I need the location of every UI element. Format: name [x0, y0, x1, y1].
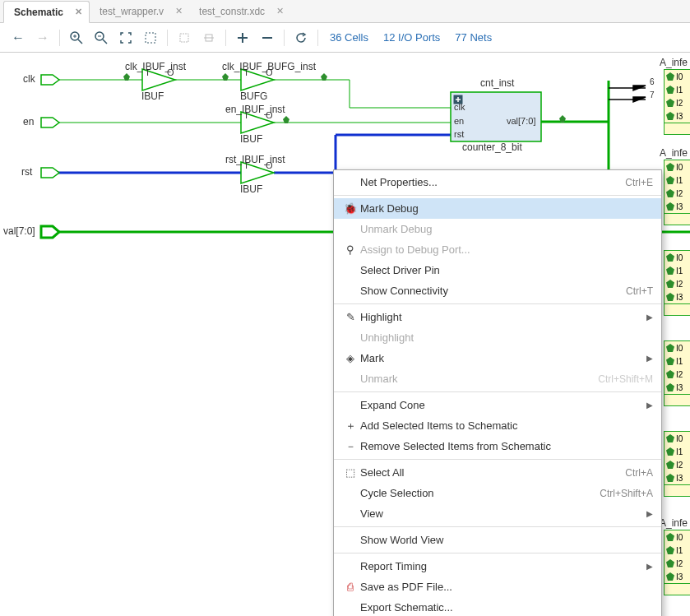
pin-i: I: [245, 67, 248, 77]
remove-button[interactable]: [256, 26, 279, 49]
cnt-pin-rst: rst: [454, 129, 464, 139]
refresh-button[interactable]: [289, 26, 313, 49]
tab-label: test_wrapper.v: [100, 6, 164, 17]
inferred-block[interactable]: A_infe I0 I1 I2 I3 L: [664, 530, 690, 595]
block-title: A_infe: [660, 57, 688, 68]
toolbar: ← → 36 Cells 12 I/O Ports 77 Nets: [0, 23, 690, 53]
tab-test-wrapper[interactable]: test_wrapper.v ✕: [90, 0, 189, 22]
clk-ibuf-inst-label: clk_IBUF_inst: [125, 61, 186, 72]
close-icon[interactable]: ✕: [175, 6, 183, 16]
forward-button[interactable]: →: [31, 26, 54, 49]
ctx-add-selected[interactable]: ＋Add Selected Items to Schematic: [334, 415, 661, 436]
ctx-show-world-view[interactable]: Show World View: [334, 530, 661, 550]
ctx-view[interactable]: View▶: [334, 503, 661, 524]
zoom-out-button[interactable]: [90, 26, 113, 49]
tab-bar: Schematic ✕ test_wrapper.v ✕ test_constr…: [0, 0, 690, 23]
zoom-fit-button[interactable]: [114, 26, 137, 49]
close-icon[interactable]: ✕: [276, 6, 284, 16]
select-mode-button[interactable]: [173, 26, 196, 49]
inferred-block[interactable]: A_infe I0 I1 I2 I3 L: [664, 160, 690, 225]
ctx-expand-cone[interactable]: Expand Cone▶: [334, 395, 661, 415]
pin-o: O: [266, 110, 273, 120]
nets-link[interactable]: 77 Nets: [448, 31, 498, 44]
zoom-area-button[interactable]: [139, 26, 162, 49]
ctx-show-connectivity[interactable]: Show ConnectivityCtrl+T: [334, 280, 661, 301]
plus-icon: ＋: [340, 419, 360, 433]
expand-button[interactable]: [197, 26, 220, 49]
ctx-mark[interactable]: ◈Mark▶: [334, 348, 661, 368]
svg-rect-8: [180, 34, 188, 42]
ctx-save-pdf[interactable]: ⎙Save as PDF File...: [334, 577, 661, 597]
pin-i: I: [245, 160, 248, 170]
tab-label: test_constr.xdc: [199, 6, 265, 17]
svg-line-5: [103, 39, 107, 44]
pdf-icon: ⎙: [340, 581, 360, 593]
cnt-type-label: counter_8_bit: [462, 141, 522, 153]
ctx-highlight[interactable]: ✎Highlight▶: [334, 307, 661, 327]
back-button[interactable]: ←: [7, 26, 30, 49]
zoom-in-button[interactable]: [65, 26, 88, 49]
block-title: A_infe: [660, 517, 688, 529]
minus-icon: －: [340, 439, 360, 454]
bug-icon: 🐞: [340, 202, 360, 215]
bus-idx-7: 7: [650, 90, 655, 100]
mark-icon: ◈: [340, 352, 360, 364]
pin-o: O: [167, 67, 174, 77]
tab-schematic[interactable]: Schematic ✕: [3, 1, 90, 23]
en-ibuf-type-label: IBUF: [240, 133, 262, 145]
cnt-inst-label: cnt_inst: [480, 77, 514, 89]
cnt-pin-val: val[7:0]: [507, 116, 535, 126]
block-title: A_infe: [660, 147, 688, 159]
ctx-mark-debug[interactable]: 🐞Mark Debug: [334, 198, 661, 219]
context-menu: Net Properties...Ctrl+E 🐞Mark Debug Unma…: [333, 169, 662, 616]
rst-ibuf-type-label: IBUF: [240, 183, 262, 195]
select-all-icon: ⬚: [340, 466, 360, 479]
tab-label: Schematic: [14, 7, 63, 18]
port-en-label: en: [23, 116, 34, 127]
pin-o: O: [266, 67, 273, 77]
ctx-assign-debug-port: ⚲Assign to Debug Port...: [334, 239, 661, 260]
rst-ibuf-inst-label: rst_IBUF_inst: [225, 154, 285, 165]
ctx-unmark-debug: Unmark Debug: [334, 219, 661, 239]
svg-rect-7: [146, 33, 155, 43]
ctx-net-properties[interactable]: Net Properties...Ctrl+E: [334, 172, 661, 192]
inferred-block[interactable]: I0 I1 I2 I3 L: [664, 431, 690, 497]
port-clk-label: clk: [23, 73, 35, 85]
port-val-label: val[7:0]: [3, 225, 35, 237]
inferred-block[interactable]: A_infe I0 I1 I2 I3 L: [664, 69, 690, 135]
add-button[interactable]: [231, 26, 254, 49]
ctx-select-all[interactable]: ⬚Select AllCtrl+A: [334, 462, 661, 483]
port-rst-label: rst: [21, 166, 32, 178]
ctx-unhighlight: Unhighlight: [334, 327, 661, 348]
cells-link[interactable]: 36 Cells: [323, 31, 375, 44]
highlight-icon: ✎: [340, 311, 360, 323]
ctx-select-driver-pin[interactable]: Select Driver Pin: [334, 260, 661, 280]
svg-line-1: [78, 39, 82, 44]
ctx-unmark: UnmarkCtrl+Shift+M: [334, 368, 661, 389]
cnt-pin-clk: clk: [454, 102, 465, 112]
ctx-report-timing[interactable]: Report Timing▶: [334, 556, 661, 577]
ctx-export-schematic[interactable]: Export Schematic...: [334, 597, 661, 616]
en-ibuf-inst-label: en_IBUF_inst: [225, 104, 285, 115]
tab-test-constr[interactable]: test_constr.xdc ✕: [189, 0, 290, 22]
ctx-cycle-selection[interactable]: Cycle SelectionCtrl+Shift+A: [334, 483, 661, 503]
io-ports-link[interactable]: 12 I/O Ports: [377, 31, 447, 44]
inferred-block[interactable]: I0 I1 I2 I3 L: [664, 250, 690, 316]
pin-i: I: [146, 67, 149, 77]
ctx-remove-selected[interactable]: －Remove Selected Items from Schematic: [334, 436, 661, 456]
bus-idx-6: 6: [650, 77, 655, 86]
inferred-block[interactable]: I0 I1 I2 I3 L: [664, 340, 690, 406]
pin-i: I: [245, 110, 248, 120]
close-icon[interactable]: ✕: [75, 7, 82, 17]
debug-icon: ⚲: [340, 243, 360, 256]
bufg-type-label: BUFG: [240, 90, 267, 102]
cnt-pin-en: en: [454, 116, 464, 126]
pin-o: O: [266, 160, 273, 170]
clk-ibuf-type-label: IBUF: [141, 90, 164, 102]
